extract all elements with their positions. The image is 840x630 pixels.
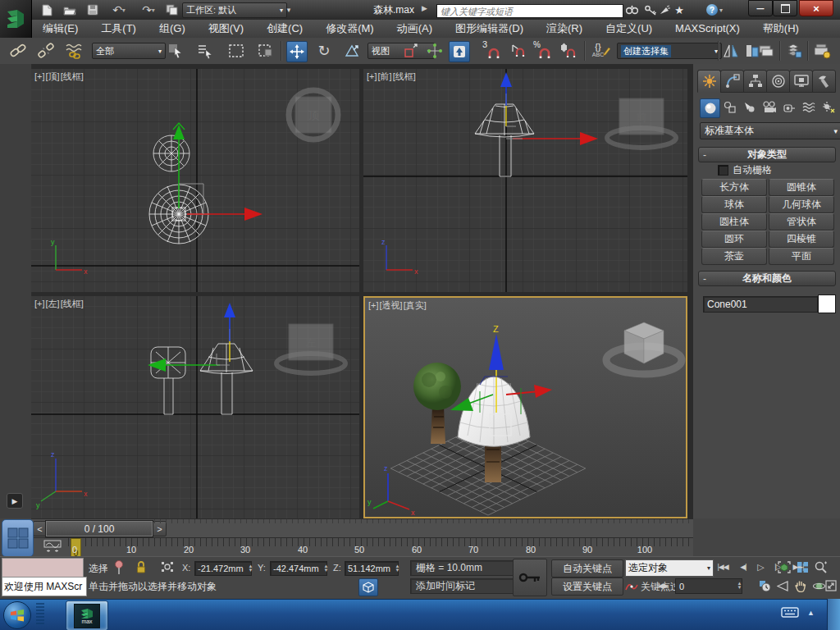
auto-key-button[interactable]: 自动关键点 <box>551 559 623 578</box>
time-slider[interactable]: 0 / 100 <box>46 521 153 536</box>
add-time-tag-button[interactable]: 添加时间标记 <box>410 578 514 594</box>
subtab-cameras[interactable] <box>760 98 778 116</box>
pan-button[interactable] <box>792 578 809 593</box>
named-selection-set-dropdown[interactable]: 创建选择集 ▾ <box>617 43 722 59</box>
project-switch-button[interactable] <box>162 2 180 17</box>
show-hidden-icons-button[interactable]: ▲ <box>807 609 815 617</box>
viewport-top[interactable]: [+][顶][线框] 顶 <box>31 69 359 292</box>
autogrid-checkbox[interactable] <box>718 165 728 176</box>
tab-motion[interactable] <box>766 70 790 93</box>
viewport-menu-plus[interactable]: [+] <box>34 71 45 81</box>
previous-frame-button[interactable]: < <box>33 521 47 536</box>
menu-maxscript[interactable]: MAXScript(X) <box>664 20 751 38</box>
select-and-link-button[interactable] <box>8 41 28 61</box>
key-mode-toggle[interactable]: ◀▶ <box>655 578 671 593</box>
layer-manager-button[interactable] <box>756 41 776 61</box>
menu-customize[interactable]: 自定义(U) <box>594 20 664 38</box>
viewport-shading[interactable]: [线框] <box>61 71 84 81</box>
search-button[interactable] <box>625 3 638 16</box>
input-method-tray-icon[interactable] <box>781 605 799 619</box>
go-to-start-button[interactable]: |◀◀ <box>712 559 733 574</box>
z-spinner[interactable]: ▲▼ <box>394 561 401 576</box>
button-sphere[interactable]: 球体 <box>701 196 767 213</box>
button-geosphere[interactable]: 几何球体 <box>769 196 834 213</box>
taskbar-3dsmax-button[interactable]: max <box>66 600 108 630</box>
menu-modifiers[interactable]: 修改器(M) <box>314 20 386 38</box>
time-configuration-button[interactable] <box>756 578 773 593</box>
menu-graph-editors[interactable]: 图形编辑器(D) <box>444 20 535 38</box>
object-color-swatch[interactable] <box>818 294 836 313</box>
primitive-category-dropdown[interactable]: 标准基本体 ▾ <box>700 122 840 139</box>
viewport-left-label[interactable]: [+][左][线框] <box>34 298 84 310</box>
subtab-shapes[interactable] <box>720 98 739 116</box>
maximize-viewport-toggle[interactable] <box>824 578 838 593</box>
snap-toggle-3d[interactable]: 3 <box>482 41 502 61</box>
selection-filter-dropdown[interactable]: 全部 ▾ <box>92 43 166 59</box>
button-plane[interactable]: 平面 <box>769 248 834 265</box>
redo-dropdown-arrow-icon[interactable]: ▾ <box>152 7 155 14</box>
zoom-all-button[interactable] <box>794 559 810 574</box>
viewport-menu-plus[interactable]: [+] <box>368 300 379 310</box>
viewport-layout-tab-button[interactable] <box>2 519 34 557</box>
help-button[interactable]: ? ▾ <box>702 3 727 16</box>
rollout-name-color[interactable]: - 名称和颜色 <box>698 271 836 286</box>
viewport-menu-plus[interactable]: [+] <box>367 71 377 81</box>
new-file-button[interactable] <box>38 2 56 17</box>
button-cone[interactable]: 圆锥体 <box>769 179 834 196</box>
menu-create[interactable]: 创建(C) <box>255 20 314 38</box>
window-crossing-toggle[interactable] <box>256 41 276 61</box>
spinner-snap-toggle[interactable] <box>558 41 578 61</box>
viewport-shading[interactable]: [真实] <box>404 300 427 310</box>
workspace-dropdown[interactable]: 工作区: 默认 ▾ <box>182 2 287 18</box>
selection-lock-toggle[interactable] <box>135 560 148 575</box>
select-and-scale-button[interactable] <box>342 41 362 61</box>
select-and-move-button[interactable] <box>286 41 308 62</box>
use-pivot-point-button[interactable] <box>400 41 420 61</box>
maxscript-mini-listener-pink[interactable] <box>2 558 84 578</box>
y-spinner[interactable]: ▲▼ <box>322 561 330 576</box>
subtab-helpers[interactable] <box>779 98 798 116</box>
menu-group[interactable]: 组(G) <box>148 20 197 38</box>
titlebar-expander[interactable]: ▶ <box>422 4 427 12</box>
previous-frame-button2[interactable]: ◀| <box>735 559 751 574</box>
mirror-button[interactable] <box>721 41 741 61</box>
unlink-selection-button[interactable] <box>36 41 56 61</box>
viewport-shading[interactable]: [线框] <box>61 299 84 308</box>
current-frame-field[interactable]: 0 <box>675 578 742 594</box>
edit-named-selection-sets-button[interactable]: {} ABC <box>589 41 614 61</box>
viewport-name[interactable]: [顶] <box>46 71 60 81</box>
select-and-manipulate-button[interactable] <box>425 41 445 61</box>
viewport-name[interactable]: [前] <box>378 71 392 81</box>
rollout-collapse-icon[interactable]: - <box>703 273 706 285</box>
subtab-systems[interactable] <box>819 98 838 116</box>
selected-object-dropdown[interactable]: 选定对象 ▾ <box>625 559 714 577</box>
percent-snap-toggle[interactable]: % <box>533 41 553 61</box>
menu-edit[interactable]: 编辑(E) <box>31 20 89 38</box>
rollout-object-type[interactable]: - 对象类型 <box>698 147 836 162</box>
maximize-button[interactable] <box>773 0 797 16</box>
exchange-apps-button[interactable] <box>658 3 671 16</box>
tab-hierarchy[interactable] <box>743 70 767 93</box>
isolate-selection-toggle[interactable] <box>113 560 126 575</box>
x-coordinate-field[interactable]: -21.472mm <box>194 561 252 576</box>
viewport-persp-label[interactable]: [+][透视][真实] <box>368 299 427 312</box>
angle-snap-toggle[interactable] <box>509 41 528 61</box>
viewport-name[interactable]: [透视] <box>380 300 403 310</box>
viewport-layout-flyout-button[interactable]: ▶ <box>7 493 23 509</box>
save-file-button[interactable] <box>84 2 102 17</box>
menu-animation[interactable]: 动画(A) <box>386 20 444 38</box>
render-setup-button[interactable] <box>812 41 832 61</box>
track-bar[interactable]: 0 0 10 20 30 40 50 60 70 80 90 100 <box>31 537 693 558</box>
select-by-name-button[interactable] <box>195 41 215 61</box>
mini-curve-editor-button[interactable] <box>43 539 62 555</box>
viewport-perspective[interactable]: [+][透视][真实] <box>365 298 686 517</box>
rectangular-selection-region-button[interactable] <box>226 41 246 61</box>
scene-explorer-button[interactable] <box>784 41 804 61</box>
time-slider-track[interactable] <box>154 519 693 538</box>
undo-button[interactable]: ↶ ▾ <box>107 2 131 17</box>
maxscript-mini-listener-white[interactable]: 欢迎使用 MAXScr <box>2 577 87 596</box>
viewport-top-label[interactable]: [+][顶][线框] <box>34 71 84 83</box>
set-key-button[interactable]: 设置关键点 <box>551 578 623 596</box>
play-button[interactable]: ▷ <box>753 559 768 574</box>
viewcube-left-label[interactable]: 左 <box>306 336 317 349</box>
